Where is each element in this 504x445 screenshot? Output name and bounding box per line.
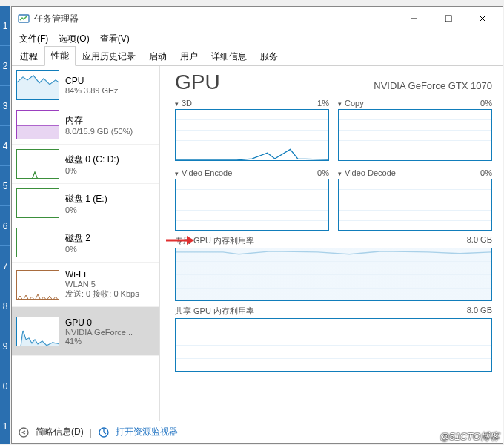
chart-copy-value: 0% <box>480 99 492 108</box>
shared-max: 8.0 GB <box>467 306 492 317</box>
shared-label: 共享 GPU 内存利用率 <box>175 306 254 317</box>
gpu-model: NVIDIA GeForce... <box>65 328 133 337</box>
chevron-down-icon: ▾ <box>338 100 342 108</box>
sidebar-item-gpu-0[interactable]: GPU 0 NVIDIA GeForce... 41% <box>12 307 159 356</box>
detail-heading: GPU <box>175 70 220 94</box>
status-bar: 简略信息(D) | 打开资源监视器 <box>12 421 503 443</box>
chart-video-encode[interactable]: ▾Video Encode0% <box>175 168 329 231</box>
less-details-icon[interactable] <box>18 426 30 438</box>
disk2-label: 磁盘 2 <box>65 232 90 245</box>
close-button[interactable] <box>465 7 500 30</box>
chevron-down-icon: ▾ <box>175 100 179 108</box>
separator: | <box>90 427 92 438</box>
cpu-thumbnail-chart <box>16 70 59 100</box>
chart-video-encode-value: 0% <box>317 168 329 177</box>
menu-options[interactable]: 选项(O) <box>54 31 93 47</box>
performance-sidebar: CPU 84% 3.89 GHz 内存 8.0/15.9 GB (50%) <box>12 66 160 421</box>
tab-services[interactable]: 服务 <box>253 47 285 66</box>
memory-thumbnail-chart <box>16 110 59 139</box>
sidebar-item-wifi[interactable]: Wi-Fi WLAN 5 发送: 0 接收: 0 Kbps <box>12 263 159 307</box>
dedicated-max: 8.0 GB <box>467 235 492 246</box>
annotation-arrow-icon <box>165 234 194 247</box>
chart-video-decode-value: 0% <box>480 168 492 177</box>
disk1-stats: 0% <box>65 205 107 214</box>
chevron-down-icon: ▾ <box>338 170 342 177</box>
chart-3d[interactable]: ▾3D1% <box>175 99 329 161</box>
cpu-label: CPU <box>65 76 119 86</box>
chart-shared-gpu-memory[interactable]: 共享 GPU 内存利用率8.0 GB <box>175 303 492 372</box>
tab-performance[interactable]: 性能 <box>44 46 76 66</box>
tab-processes[interactable]: 进程 <box>13 47 44 66</box>
wifi-thumbnail-chart <box>16 270 59 300</box>
gpu-usage: 41% <box>65 337 133 346</box>
annotation-number-strip: 123 456 789 01 <box>0 6 10 444</box>
tab-users[interactable]: 用户 <box>173 47 205 66</box>
disk2-stats: 0% <box>65 245 90 254</box>
wifi-label: Wi-Fi <box>65 269 139 280</box>
sidebar-item-disk-1[interactable]: 磁盘 1 (E:) 0% <box>12 184 159 223</box>
cpu-stats: 84% 3.89 GHz <box>65 86 119 95</box>
chevron-down-icon: ▾ <box>175 170 179 177</box>
gpu-label: GPU 0 <box>65 317 133 328</box>
body: CPU 84% 3.89 GHz 内存 8.0/15.9 GB (50%) <box>12 66 503 421</box>
chart-video-decode[interactable]: ▾Video Decode0% <box>338 168 492 231</box>
tab-app-history[interactable]: 应用历史记录 <box>76 47 142 66</box>
maximize-button[interactable] <box>431 7 465 30</box>
sidebar-item-disk-0[interactable]: 磁盘 0 (C: D:) 0% <box>12 145 159 184</box>
menu-bar: 文件(F) 选项(O) 查看(V) <box>12 30 503 47</box>
disk0-thumbnail-chart <box>16 149 59 179</box>
svg-point-13 <box>19 428 28 437</box>
sidebar-item-cpu[interactable]: CPU 84% 3.89 GHz <box>12 66 159 105</box>
tab-details[interactable]: 详细信息 <box>205 47 253 66</box>
minimize-button[interactable] <box>397 7 431 30</box>
app-icon <box>18 13 30 24</box>
disk1-thumbnail-chart <box>16 188 59 218</box>
gpu-small-charts: ▾3D1% ▾Copy0% ▾Video Encode0% ▾Video Dec… <box>175 99 492 231</box>
svg-marker-12 <box>187 236 194 245</box>
wifi-adapter: WLAN 5 <box>65 280 139 289</box>
detail-gpu-model: NVIDIA GeForce GTX 1070 <box>374 80 492 91</box>
disk2-thumbnail-chart <box>16 228 59 257</box>
sidebar-item-disk-2[interactable]: 磁盘 2 0% <box>12 223 159 263</box>
chart-dedicated-gpu-memory[interactable]: 专用 GPU 内存利用率8.0 GB <box>175 232 492 301</box>
tab-strip: 进程 性能 应用历史记录 启动 用户 详细信息 服务 <box>12 47 503 66</box>
disk1-label: 磁盘 1 (E:) <box>65 193 107 205</box>
menu-file[interactable]: 文件(F) <box>15 31 53 47</box>
less-details-label[interactable]: 简略信息(D) <box>36 426 84 438</box>
task-manager-window: 任务管理器 文件(F) 选项(O) 查看(V) 进程 性能 应用历史记录 启动 … <box>11 6 503 444</box>
disk0-label: 磁盘 0 (C: D:) <box>65 154 119 166</box>
window-title: 任务管理器 <box>34 13 79 25</box>
svg-rect-2 <box>445 16 451 22</box>
wifi-throughput: 发送: 0 接收: 0 Kbps <box>65 289 139 300</box>
chart-3d-value: 1% <box>317 99 329 108</box>
menu-view[interactable]: 查看(V) <box>96 31 134 47</box>
gpu-detail-pane: GPU NVIDIA GeForce GTX 1070 ▾3D1% ▾Copy0… <box>160 66 503 421</box>
tab-startup[interactable]: 启动 <box>142 47 173 66</box>
disk0-stats: 0% <box>65 166 119 175</box>
title-bar[interactable]: 任务管理器 <box>12 7 503 30</box>
svg-rect-7 <box>17 125 59 139</box>
open-resource-monitor-link[interactable]: 打开资源监视器 <box>116 426 178 438</box>
chart-copy[interactable]: ▾Copy0% <box>338 99 492 161</box>
gpu-thumbnail-chart <box>16 317 59 346</box>
sidebar-item-memory[interactable]: 内存 8.0/15.9 GB (50%) <box>12 105 159 145</box>
resource-monitor-icon[interactable] <box>98 426 110 438</box>
memory-stats: 8.0/15.9 GB (50%) <box>65 127 133 136</box>
memory-label: 内存 <box>65 114 133 127</box>
